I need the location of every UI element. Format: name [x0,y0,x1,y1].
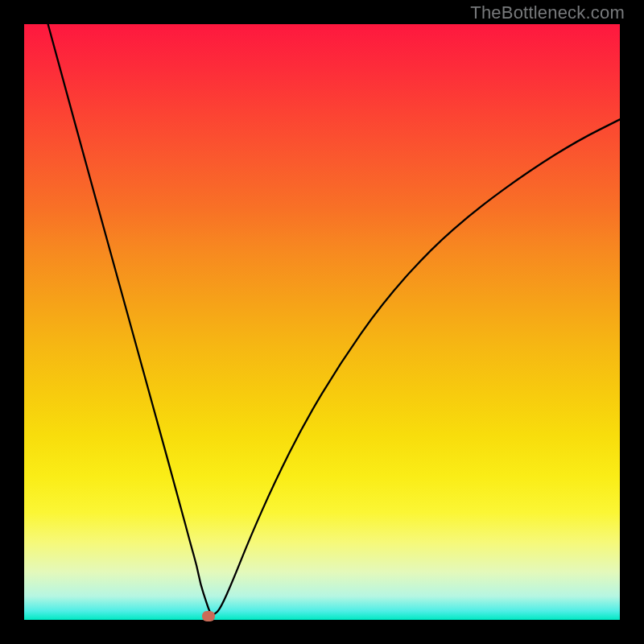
minimum-marker [202,611,215,621]
chart-frame: TheBottleneck.com [0,0,644,644]
curve-svg [24,24,620,620]
curve-path [48,24,620,614]
attribution-text: TheBottleneck.com [470,2,625,23]
plot-area [24,24,620,620]
